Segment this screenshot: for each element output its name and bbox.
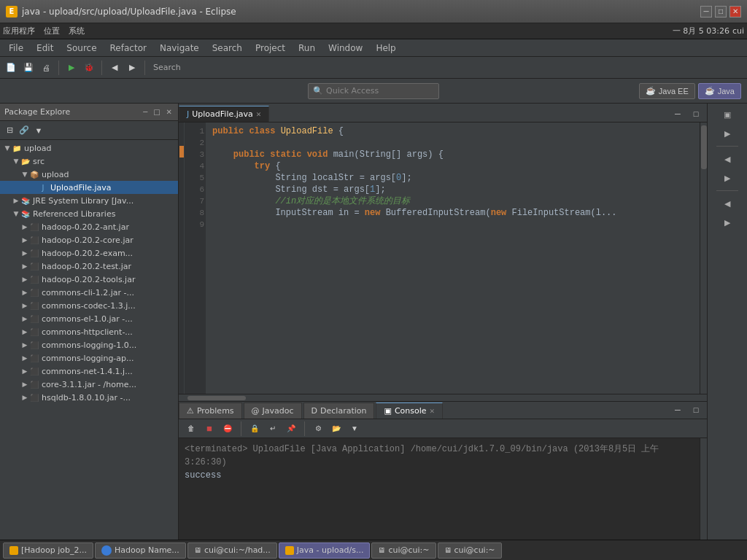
editor-horiz-scrollbar[interactable] xyxy=(179,394,707,401)
javadoc-label: Javadoc xyxy=(263,406,294,416)
tree-item-jar-7[interactable]: ▶ ⬛ commons-el-1.0.jar -... xyxy=(0,312,178,325)
tree-label-jar-12: core-3.1.1.jar - /home... xyxy=(42,380,136,389)
side-btn-2[interactable]: ▶ xyxy=(716,125,738,141)
package-explorer-maximize[interactable]: □ xyxy=(152,106,161,117)
taskbar-item-5[interactable]: 🖥 cui@cui:~ xyxy=(438,542,502,559)
maximize-button[interactable]: □ xyxy=(715,6,727,18)
menu-refactor[interactable]: Refactor xyxy=(104,42,152,55)
taskbar-item-0[interactable]: [Hadoop job_2... xyxy=(3,542,93,559)
taskbar-item-1[interactable]: Hadoop Name... xyxy=(95,542,186,559)
package-explorer-close[interactable]: ✕ xyxy=(165,106,174,117)
tree-item-upload-pkg[interactable]: ▼ 📦 upload xyxy=(0,168,178,181)
taskbar-item-4[interactable]: 🖥 cui@cui:~ xyxy=(371,542,436,559)
collapse-all-button[interactable]: ⊟ xyxy=(3,124,16,137)
jar-icon-10: ⬛ xyxy=(29,353,39,363)
open-console[interactable]: 📂 xyxy=(328,421,344,437)
menu-search[interactable]: Search xyxy=(206,42,248,55)
menu-file[interactable]: File xyxy=(3,42,29,55)
explorer-menu-button[interactable]: ▼ xyxy=(32,124,45,137)
perspective-switcher: ☕ Java EE ☕ Java xyxy=(445,83,741,99)
perspective-java[interactable]: ☕ Java xyxy=(698,83,741,99)
tab-console[interactable]: ▣ Console ✕ xyxy=(376,402,443,419)
next-button[interactable]: ▶ xyxy=(124,60,140,76)
tree-item-jre[interactable]: ▶ 📚 JRE System Library [Jav... xyxy=(0,194,178,207)
tree-item-jar-8[interactable]: ▶ ⬛ commons-httpclient-... xyxy=(0,325,178,338)
tree-item-jar-13[interactable]: ▶ ⬛ hsqldb-1.8.0.10.jar -... xyxy=(0,391,178,404)
print-button[interactable]: 🖨 xyxy=(38,60,54,76)
minimize-button[interactable]: ─ xyxy=(700,6,712,18)
tab-declaration[interactable]: D Declaration xyxy=(303,402,375,419)
console-settings[interactable]: ⚙ xyxy=(310,421,326,437)
editor-pane: J UploadFile.java ✕ ─ □ 1 xyxy=(179,104,707,401)
debug-button[interactable]: 🐞 xyxy=(81,60,97,76)
tree-item-jar-3[interactable]: ▶ ⬛ hadoop-0.20.2-test.jar xyxy=(0,260,178,273)
javadoc-icon: @ xyxy=(252,406,260,416)
menu-source[interactable]: Source xyxy=(61,42,102,55)
tree-item-jar-1[interactable]: ▶ ⬛ hadoop-0.20.2-core.jar xyxy=(0,233,178,246)
tree-item-jar-9[interactable]: ▶ ⬛ commons-logging-1.0... xyxy=(0,338,178,351)
console-tab-close[interactable]: ✕ xyxy=(430,408,436,415)
editor-horiz-thumb xyxy=(187,396,246,400)
jar-icon-8: ⬛ xyxy=(29,327,39,337)
new-button[interactable]: 📄 xyxy=(3,60,19,76)
editor-vscrollbar[interactable] xyxy=(700,122,707,394)
location-menu[interactable]: 位置 xyxy=(44,26,60,36)
java-label: Java xyxy=(718,87,735,96)
menu-edit[interactable]: Edit xyxy=(31,42,59,55)
perspective-javaee[interactable]: ☕ Java EE xyxy=(639,83,695,99)
console-terminate[interactable]: ■ xyxy=(201,421,217,437)
console-menu[interactable]: ▼ xyxy=(347,421,363,437)
editor-minimize[interactable]: ─ xyxy=(670,106,686,122)
side-btn-5[interactable]: ◀ xyxy=(716,195,738,211)
tree-item-jar-11[interactable]: ▶ ⬛ commons-net-1.4.1.j... xyxy=(0,365,178,378)
menu-project[interactable]: Project xyxy=(249,42,291,55)
word-wrap[interactable]: ↵ xyxy=(265,421,281,437)
scroll-lock[interactable]: 🔒 xyxy=(247,421,263,437)
tree-item-jar-10[interactable]: ▶ ⬛ commons-logging-ap... xyxy=(0,351,178,365)
menu-help[interactable]: Help xyxy=(370,42,401,55)
editor-maximize[interactable]: □ xyxy=(688,106,704,122)
menu-navigate[interactable]: Navigate xyxy=(154,42,205,55)
taskbar-item-2[interactable]: 🖥 cui@cui:~/had... xyxy=(187,542,277,559)
app-menu[interactable]: 应用程序 xyxy=(3,26,35,36)
quick-access-input[interactable]: 🔍 Quick Access xyxy=(308,83,439,99)
save-button[interactable]: 💾 xyxy=(20,60,36,76)
declaration-label: Declaration xyxy=(320,406,366,416)
side-btn-3[interactable]: ◀ xyxy=(716,151,738,167)
bottom-maximize[interactable]: □ xyxy=(688,402,704,418)
close-button[interactable]: ✕ xyxy=(729,6,741,18)
link-with-editor-button[interactable]: 🔗 xyxy=(18,124,31,137)
bottom-minimize[interactable]: ─ xyxy=(670,402,686,418)
code-content[interactable]: public class UploadFile { public static … xyxy=(206,122,700,394)
menu-window[interactable]: Window xyxy=(322,42,368,55)
pin-console[interactable]: 📌 xyxy=(283,421,299,437)
system-menu[interactable]: 系统 xyxy=(69,26,85,36)
package-explorer-title: Package Explore xyxy=(4,107,139,117)
console-vscrollbar[interactable] xyxy=(700,438,707,540)
tab-javadoc[interactable]: @ Javadoc xyxy=(244,402,302,419)
taskbar-item-3[interactable]: Java - upload/s... xyxy=(279,542,371,559)
tree-item-jar-4[interactable]: ▶ ⬛ hadoop-0.20.2-tools.jar xyxy=(0,273,178,286)
side-btn-1[interactable]: ▣ xyxy=(716,106,738,122)
tree-item-uploadfile[interactable]: J UploadFile.java xyxy=(0,181,178,194)
package-explorer-minimize[interactable]: ─ xyxy=(142,106,149,117)
prev-button[interactable]: ◀ xyxy=(107,60,123,76)
tree-item-jar-2[interactable]: ▶ ⬛ hadoop-0.20.2-exam... xyxy=(0,246,178,260)
tab-problems[interactable]: ⚠ Problems xyxy=(179,402,242,419)
tree-item-src[interactable]: ▼ 📂 src xyxy=(0,155,178,168)
tree-item-reflibs[interactable]: ▼ 📚 Referenced Libraries xyxy=(0,207,178,220)
tree-label-jar-8: commons-httpclient-... xyxy=(42,327,133,337)
menu-run[interactable]: Run xyxy=(293,42,321,55)
tree-item-upload[interactable]: ▼ 📁 upload xyxy=(0,141,178,155)
tree-item-jar-12[interactable]: ▶ ⬛ core-3.1.1.jar - /home... xyxy=(0,378,178,391)
editor-tab-uploadfile[interactable]: J UploadFile.java ✕ xyxy=(179,106,269,122)
side-btn-4[interactable]: ▶ xyxy=(716,170,738,186)
console-disconnect[interactable]: ⛔ xyxy=(220,421,236,437)
tab-close-button[interactable]: ✕ xyxy=(256,111,262,118)
tree-item-jar-6[interactable]: ▶ ⬛ commons-codec-1.3.j... xyxy=(0,299,178,312)
run-button[interactable]: ▶ xyxy=(63,60,80,76)
tree-item-jar-5[interactable]: ▶ ⬛ commons-cli-1.2.jar -... xyxy=(0,286,178,299)
side-btn-6[interactable]: ▶ xyxy=(716,214,738,230)
tree-item-jar-0[interactable]: ▶ ⬛ hadoop-0.20.2-ant.jar xyxy=(0,220,178,233)
console-clear[interactable]: 🗑 xyxy=(183,421,199,437)
